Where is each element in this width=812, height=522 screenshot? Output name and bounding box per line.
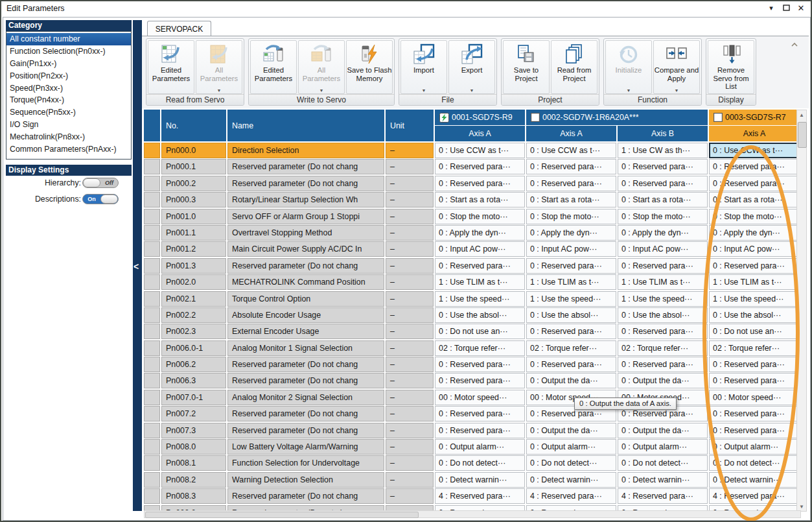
param-value-cell[interactable]: 0 : Reserved para···: [435, 373, 525, 388]
param-no-cell[interactable]: Pn001.2: [161, 241, 226, 257]
sidebar-collapse-strip[interactable]: <: [133, 20, 142, 511]
ribbon-collapse-icon[interactable]: [789, 40, 800, 49]
param-value-cell[interactable]: 0 : Detect warnin···: [618, 472, 708, 488]
param-value-cell[interactable]: 0 : Output the da···: [618, 373, 708, 388]
param-value-cell[interactable]: 0 : Stop the moto···: [435, 209, 525, 224]
row-indicator[interactable]: [144, 472, 160, 488]
category-item[interactable]: Common Parameters(PnAxx-): [6, 143, 131, 156]
param-value-cell[interactable]: 0 : Input AC pow···: [709, 241, 800, 257]
param-no-cell[interactable]: Pn000.2: [161, 176, 226, 191]
param-no-cell[interactable]: Pn007.3: [161, 423, 226, 438]
param-no-cell[interactable]: Pn006.3: [161, 373, 226, 388]
row-indicator[interactable]: [144, 176, 160, 191]
param-value-cell[interactable]: 0 : Apply the dyn···: [709, 225, 800, 241]
scroll-down-icon[interactable]: ▼: [797, 502, 806, 511]
param-value-cell[interactable]: 0 : Reserved para···: [709, 159, 800, 174]
servo-header[interactable]: 0003-SGD7S-R7: [709, 110, 800, 125]
param-value-cell[interactable]: 4 : Reserved para···: [618, 488, 708, 504]
param-no-cell[interactable]: Pn001.0: [161, 209, 226, 224]
tab-servopack[interactable]: SERVOPACK: [147, 21, 211, 36]
param-name-cell[interactable]: Absolute Encoder Usage: [227, 307, 384, 323]
remove-servo-from-list-button[interactable]: Remove Servo from List: [708, 40, 754, 94]
param-no-cell[interactable]: Pn000.0: [161, 143, 226, 158]
param-no-cell[interactable]: Pn007.2: [161, 406, 226, 421]
param-no-cell[interactable]: Pn008.2: [161, 472, 226, 488]
param-value-cell[interactable]: 0 : Input AC pow···: [435, 241, 525, 257]
param-value-cell[interactable]: 0 : Output the da···: [526, 423, 616, 438]
param-value-cell[interactable]: 0 : Output the da···: [618, 423, 708, 438]
param-value-cell[interactable]: 0 : Input AC pow···: [618, 241, 708, 257]
close-icon[interactable]: ✕: [796, 3, 806, 12]
param-unit-cell[interactable]: –: [386, 373, 434, 388]
row-indicator[interactable]: [144, 225, 160, 241]
row-indicator[interactable]: [144, 373, 160, 388]
param-unit-cell[interactable]: –: [386, 159, 434, 174]
param-unit-cell[interactable]: –: [386, 423, 434, 438]
param-unit-cell[interactable]: –: [386, 209, 434, 224]
servo-header[interactable]: 0002-SGD7W-1R6A20A***: [526, 110, 708, 125]
param-value-cell[interactable]: 0 : Stop the moto···: [709, 209, 800, 224]
row-indicator[interactable]: [144, 324, 160, 339]
compare-and-apply-button[interactable]: Compare and Apply▼: [653, 40, 700, 94]
param-value-cell[interactable]: 0 : Reserved para···: [618, 159, 708, 174]
category-item[interactable]: Mechatrolink(Pn8xx-): [6, 131, 131, 143]
param-value-cell[interactable]: 0 : Output alarm···: [618, 439, 708, 455]
param-unit-cell[interactable]: –: [386, 340, 434, 356]
window-menu-icon[interactable]: ▾: [767, 3, 776, 12]
param-unit-cell[interactable]: –: [386, 357, 434, 372]
param-unit-cell[interactable]: –: [386, 406, 434, 421]
param-value-cell[interactable]: 0 : Reserved para···: [709, 176, 800, 191]
servo-header[interactable]: 0001-SGD7S-R9: [435, 110, 525, 125]
edited-parameters-button[interactable]: Edited Parameters: [250, 40, 297, 94]
param-name-cell[interactable]: MECHATROLINK Command Position: [227, 274, 384, 290]
category-item[interactable]: Torque(Pn4xx-): [6, 94, 131, 106]
param-value-cell[interactable]: 0 : Start as a rota···: [709, 192, 800, 208]
param-name-cell[interactable]: Analog Monitor 2 Signal Selection: [227, 390, 384, 405]
row-indicator[interactable]: [144, 488, 160, 504]
param-value-cell[interactable]: 02 : Torque refer···: [435, 340, 525, 356]
row-indicator[interactable]: [144, 423, 160, 438]
param-unit-cell[interactable]: –: [386, 143, 434, 158]
vertical-scrollbar[interactable]: ▲ ▼: [796, 110, 807, 512]
param-value-cell[interactable]: 0 : Detect warnin···: [526, 472, 616, 488]
row-indicator[interactable]: [144, 241, 160, 257]
param-no-cell[interactable]: Pn001.1: [161, 225, 226, 241]
param-no-cell[interactable]: Pn000.1: [161, 159, 226, 174]
param-value-cell[interactable]: 0 : Reserved para···: [709, 258, 800, 274]
row-indicator[interactable]: [144, 209, 160, 224]
checkbox-icon[interactable]: [713, 113, 723, 122]
row-indicator[interactable]: [144, 258, 160, 274]
param-unit-cell[interactable]: –: [386, 225, 434, 241]
row-indicator[interactable]: [144, 291, 160, 307]
param-name-cell[interactable]: Overtravel Stopping Method: [227, 225, 384, 241]
param-name-cell[interactable]: Reserved parameter (Do not chang: [227, 176, 384, 191]
param-value-cell[interactable]: 0 : Do not detect···: [709, 455, 800, 471]
param-value-cell[interactable]: 0 : Stop the moto···: [526, 209, 616, 224]
param-value-cell[interactable]: 1 : Use the speed···: [435, 291, 525, 307]
param-name-cell[interactable]: Reserved parameter (Do not chang: [227, 488, 384, 504]
param-value-cell[interactable]: 0 : Use the absol···: [709, 307, 800, 323]
param-unit-cell[interactable]: –: [386, 192, 434, 208]
param-value-cell[interactable]: 1 : Use the speed···: [618, 291, 708, 307]
maximize-icon[interactable]: [782, 3, 791, 12]
param-unit-cell[interactable]: –: [386, 258, 434, 274]
param-name-cell[interactable]: External Encoder Usage: [227, 324, 384, 339]
param-unit-cell[interactable]: –: [386, 291, 434, 307]
param-no-cell[interactable]: Pn008.3: [161, 488, 226, 504]
param-value-cell[interactable]: 0 : Input AC pow···: [526, 241, 616, 257]
param-value-cell[interactable]: 1 : Use TLIM as t···: [618, 274, 708, 290]
collapse-left-icon[interactable]: <: [133, 261, 139, 272]
row-indicator[interactable]: [144, 455, 160, 471]
scroll-up-icon[interactable]: ▲: [797, 110, 806, 119]
vertical-scroll-thumb[interactable]: [798, 122, 807, 148]
param-name-cell[interactable]: Reserved parameter (Do not chang: [227, 159, 384, 174]
import-button[interactable]: Import▼: [400, 40, 447, 94]
param-value-cell[interactable]: 0 : Reserved para···: [435, 176, 525, 191]
param-no-cell[interactable]: Pn002.3: [161, 324, 226, 339]
row-indicator[interactable]: [144, 192, 160, 208]
param-value-cell[interactable]: 0 : Output alarm···: [709, 439, 800, 455]
param-no-cell[interactable]: Pn008.0: [161, 439, 226, 455]
param-value-cell[interactable]: 0 : Reserved para···: [618, 258, 708, 274]
param-value-cell[interactable]: 0 : Detect warnin···: [435, 472, 525, 488]
param-no-cell[interactable]: Pn006.2: [161, 357, 226, 372]
